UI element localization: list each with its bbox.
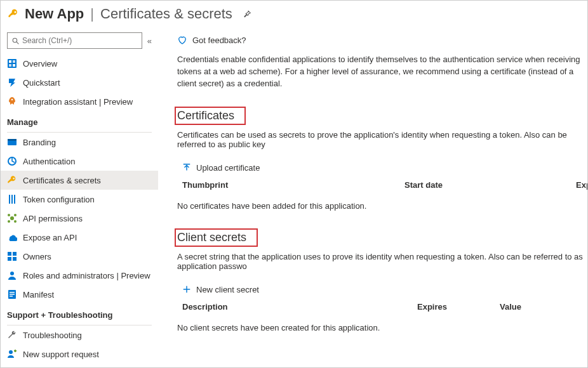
page-title: Certificates & secrets [100,6,232,22]
page-header: New App | Certificates & secrets [1,1,587,27]
sidebar-item-label: Manifest [23,290,54,299]
sidebar-item-label: Certificates & secrets [23,176,101,185]
sidebar-item-quickstart[interactable]: Quickstart [1,73,158,92]
secrets-table-header: Description Expires Value [177,298,587,315]
feedback-label: Got feedback? [192,36,246,45]
sidebar-item-label: New support request [23,350,99,359]
expose-api-icon [7,232,17,242]
sidebar-item-branding[interactable]: Branding [1,133,158,152]
plus-icon [182,285,191,294]
sidebar-item-authentication[interactable]: Authentication [1,152,158,171]
api-permissions-icon [7,213,17,223]
sidebar-item-new-support-request[interactable]: New support request [1,345,158,364]
sidebar-item-integration-assistant[interactable]: Integration assistant | Preview [1,92,158,111]
col-start-date: Start date [404,180,576,190]
upload-certificate-label: Upload certificate [196,163,260,173]
sidebar-item-label: Overview [23,59,57,69]
sidebar-item-label: Owners [23,252,51,261]
svg-rect-11 [9,195,10,204]
svg-rect-5 [9,64,11,67]
feedback-link[interactable]: Got feedback? [177,31,587,54]
owners-icon [7,251,17,261]
col-value: Value [500,302,563,312]
certificates-description: Certificates can be used as secrets to p… [177,130,587,149]
certificates-empty-message: No certificates have been added for this… [177,194,587,228]
key-icon [7,8,20,20]
sidebar-item-api-permissions[interactable]: API permissions [1,209,158,228]
svg-rect-4 [13,60,15,63]
svg-rect-6 [13,64,15,67]
heart-icon [177,35,187,45]
certificates-heading: Certificates [175,107,246,125]
new-client-secret-button[interactable]: New client secret [177,282,587,298]
nav-section-manage: Manage [1,111,158,131]
auth-icon [7,156,17,166]
svg-point-23 [10,272,14,275]
roles-icon [7,270,17,280]
svg-point-15 [8,214,10,216]
svg-rect-9 [8,139,17,141]
sidebar-item-roles-admins[interactable]: Roles and administrators | Preview [1,266,158,285]
sidebar-item-token-configuration[interactable]: Token configuration [1,190,158,209]
new-client-secret-label: New client secret [196,285,259,294]
certificates-table-header: Thumbprint Start date Expires [177,176,587,194]
svg-point-28 [9,350,13,354]
search-input[interactable] [22,36,138,45]
search-icon [11,37,20,45]
sidebar-item-label: Integration assistant | Preview [23,97,133,107]
sidebar-item-owners[interactable]: Owners [1,247,158,266]
client-secrets-description: A secret string that the application use… [177,252,587,271]
sidebar-item-certificates-secrets[interactable]: Certificates & secrets [1,171,158,190]
svg-rect-12 [11,195,13,204]
key-icon [7,175,17,185]
col-description: Description [182,302,417,312]
sidebar: « Overview Quickstart Integration assist… [1,27,158,366]
sidebar-item-troubleshooting[interactable]: Troubleshooting [1,325,158,345]
support-icon [7,349,17,359]
sidebar-item-overview[interactable]: Overview [1,54,158,73]
upload-icon [182,163,191,172]
branding-icon [7,137,17,147]
svg-rect-19 [8,252,11,256]
client-secrets-heading: Client secrets [175,228,258,247]
svg-rect-3 [9,60,11,63]
sidebar-item-label: Authentication [23,157,75,166]
sidebar-item-label: Branding [23,138,56,147]
sidebar-item-manifest[interactable]: Manifest [1,285,158,304]
svg-rect-21 [8,257,11,261]
svg-point-14 [10,216,14,220]
col-expires: Expires [576,180,587,190]
wrench-icon [7,330,17,340]
sidebar-item-label: API permissions [23,214,83,223]
intro-text: Credentials enable confidential applicat… [177,54,587,90]
secrets-empty-message: No client secrets have been created for … [177,315,587,350]
svg-point-16 [14,214,17,216]
sidebar-item-label: Token configuration [23,195,95,204]
svg-point-17 [8,220,10,223]
col-thumbprint: Thumbprint [182,180,404,190]
sidebar-item-label: Troubleshooting [23,331,82,340]
svg-point-18 [14,220,17,223]
token-icon [7,194,17,204]
sidebar-item-label: Roles and administrators | Preview [23,271,150,280]
search-input-container[interactable] [7,32,142,49]
svg-point-0 [13,38,17,42]
svg-rect-22 [13,257,17,261]
svg-rect-27 [10,296,13,297]
collapse-sidebar-icon[interactable]: « [147,36,152,46]
rocket-icon [7,96,17,107]
svg-rect-13 [14,195,15,204]
overview-icon [7,58,17,69]
upload-certificate-button[interactable]: Upload certificate [177,161,587,176]
app-title: New App [25,6,84,22]
title-separator: | [90,6,94,22]
quickstart-icon [7,77,17,88]
pin-icon[interactable] [243,10,251,18]
nav-section-support: Support + Troubleshooting [1,304,158,324]
sidebar-item-expose-api[interactable]: Expose an API [1,228,158,247]
manifest-icon [7,289,17,299]
sidebar-item-label: Quickstart [23,78,60,88]
svg-rect-20 [13,252,17,256]
main-content: Got feedback? Credentials enable confide… [158,27,587,366]
col-expires: Expires [417,302,500,312]
